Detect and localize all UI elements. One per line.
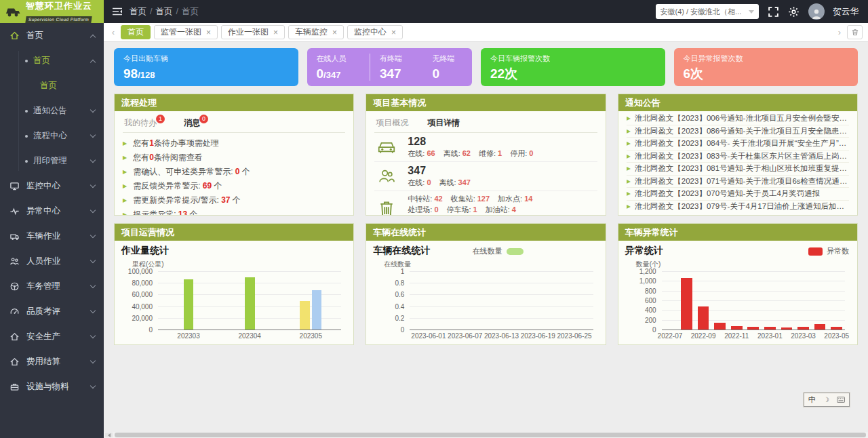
sidebar-item-label: 用印管理 [33,155,85,167]
house-icon [9,357,20,367]
tab-label: 首页 [127,26,144,38]
fullscreen-icon[interactable] [768,6,779,18]
tab-project-details[interactable]: 项目详情 [427,117,460,129]
todo-item[interactable]: ▶需更新类异常提示/警示: 37 个 [123,193,345,207]
gear-icon[interactable] [788,6,800,18]
legend-label: 异常数 [827,246,849,256]
todo-badge: 1 [156,115,165,123]
triangle-bullet-icon: ▶ [123,197,127,203]
tab-supervision-map[interactable]: 监管一张图× [154,25,218,39]
chevron-down-icon [90,157,96,162]
vehicle-abnormal-chart-panel: 车辆异常统计 异常统计 异常数 数量(个) 1,2001,00080060040… [618,223,858,345]
avatar[interactable] [808,3,825,20]
tab-project-overview[interactable]: 项目概况 [376,117,408,129]
notice-list: ▶淮北同盈文【2023】006号通知-淮北项目五月安全例会暨安全生产月启动会… … [627,111,849,212]
activity-icon [9,206,20,216]
tab-operation-map[interactable]: 作业一张图× [221,25,285,39]
sidebar-item-home-leaf-active[interactable]: 首页 [0,73,104,98]
todo-item[interactable]: ▶需确认、可申述类异常警示: 0 个 [123,165,345,179]
sidebar-item-home-sub[interactable]: 首页 [0,48,104,73]
sidebar-item-process-center[interactable]: 流程中心 [0,123,104,148]
notice-item[interactable]: ▶淮北同盈文【2023】084号- 关于淮北项目开展“安全生产月”活动的通知 [627,138,849,151]
scroll-left-arrow[interactable] [105,433,113,437]
close-icon[interactable]: × [332,28,337,37]
sidebar-item-safety-production[interactable]: 安全生产 [0,324,104,349]
sidebar-item-abnormal-center[interactable]: 异常中心 [0,199,104,224]
tab-messages[interactable]: 消息0 [184,117,208,129]
sidebar-item-seal-management[interactable]: 用印管理 [0,148,104,174]
x-axis-labels: 2023-06-01 2023-06-07 2023-06-13 2023-06… [410,332,593,340]
notice-text: 淮北同盈文【2023】006号通知-淮北项目五月安全例会暨安全生产月启动会… [635,113,849,123]
chevron-down-icon [90,132,96,137]
region-select[interactable]: 安徽(4) / 安徽淮北（相... [656,4,759,19]
triangle-bullet-icon: ▶ [123,140,127,146]
close-icon[interactable]: × [273,28,278,37]
notice-item[interactable]: ▶淮北同盈文【2023】071号通知-关于淮北项目6s检查情况通报(2)(2) [627,176,849,188]
card-abnormal-alarms[interactable]: 今日异常报警次数 6次 [674,48,859,86]
tab-monitor-center[interactable]: 监控中心× [347,25,403,39]
keyboard-icon[interactable] [837,397,845,403]
sidebar-item-home[interactable]: 首页 [0,23,104,48]
sidebar-item-quality-evaluation[interactable]: 品质考评 [0,299,104,324]
panel-title: 车辆在线统计 [366,224,605,241]
tab-label: 监控中心 [354,26,387,38]
tab-my-todo[interactable]: 我的待办1 [124,117,165,129]
notice-item[interactable]: ▶淮北同盈文【2023】086号通知-关于淮北项目五月安全隐患检查情况通告 [627,125,849,138]
triangle-bullet-icon: ▶ [627,128,631,134]
sidebar-item-notices[interactable]: 通知公告 [0,98,104,123]
gauge-icon [9,306,20,317]
moon-icon[interactable]: ☽ [823,396,829,403]
project-vehicle-row: 128 在线:66 离线:62 维修:1 停用:0 [374,133,597,162]
sidebar-item-fleet-management[interactable]: 车务管理 [0,274,104,299]
chevron-down-icon [90,382,96,388]
tab-vehicle-monitor[interactable]: 车辆监控× [288,25,344,39]
sidebar-item-facilities-materials[interactable]: 设施与物料 [0,374,104,399]
legend[interactable]: 异常数 [808,246,849,256]
tabs-scroll-right-icon[interactable]: › [835,28,844,37]
close-icon[interactable]: × [206,28,211,37]
todo-item[interactable]: ▶您有1条待办事项需处理 [123,136,345,151]
chevron-down-icon [90,106,96,112]
vehicle-total: 128 [408,136,533,147]
breadcrumb-item[interactable]: 首页 [155,7,172,16]
notice-item[interactable]: ▶淮北同盈文【2023】006号通知-淮北项目五月安全例会暨安全生产月启动会… [627,113,849,125]
triangle-bullet-icon: ▶ [627,203,631,210]
close-all-tabs-button[interactable] [847,25,863,39]
notice-item[interactable]: ▶淮北同盈文【2023】070号通知-关于员工4月奖罚通报 [627,188,849,201]
notice-item[interactable]: ▶淮北同盈文【2023】081号通知-关于相山区班长加班重复提报的通报 [627,163,849,176]
tab-home[interactable]: 首页 [121,25,151,39]
vehicle-online-chart-plot: 10.80.60.40.20 [410,271,593,330]
sidebar-item-monitor-center[interactable]: 监控中心 [0,174,104,199]
sidebar-item-cost-settlement[interactable]: 费用结算 [0,349,104,374]
tab-label: 作业一张图 [228,26,269,38]
notice-item[interactable]: ▶淮北同盈文【2023】079号-关于4月17日油价上涨通知后加油情况通报 [627,201,849,213]
card-attendance-vehicles[interactable]: 今日出勤车辆 98/128 [114,48,298,86]
sidebar-item-vehicle-operation[interactable]: 车辆作业 [0,224,104,249]
top-bar-actions: 安徽(4) / 安徽淮北（相... 贺云华 [656,3,868,20]
breadcrumb-item[interactable]: 首页 [130,7,146,16]
notice-item[interactable]: ▶淮北同盈文【2023】083号-关于杜集区东片区主管酒后上岗的处罚通告 [627,151,849,163]
todo-item[interactable]: ▶您有0条待阅需查看 [123,151,345,165]
sidebar-item-personnel-operation[interactable]: 人员作业 [0,249,104,274]
card-value: 6次 [684,66,849,81]
horizontal-scrollbar[interactable] [104,432,868,438]
username[interactable]: 贺云华 [833,6,859,18]
scrollbar-thumb[interactable] [115,433,866,437]
ime-mode-label[interactable]: 中 [808,395,816,405]
ime-toolbar[interactable]: 中 ☽ [804,393,850,407]
legend[interactable]: 在线数量 [473,246,524,256]
tabs-scroll-left-icon[interactable]: ‹ [109,28,117,37]
close-icon[interactable]: × [391,28,396,37]
chart-title: 作业量统计 [121,245,169,257]
todo-item[interactable]: ▶需反馈类异常警示: 69 个 [123,179,345,193]
collapse-sidebar-icon[interactable] [112,7,123,16]
chevron-up-icon [90,34,96,39]
triangle-bullet-icon: ▶ [123,169,127,175]
personnel-total: 347 [408,165,471,176]
card-vehicle-alarms[interactable]: 今日车辆报警次数 22次 [481,48,665,86]
vehicle-stats: 在线:66 离线:62 维修:1 停用:0 [408,148,533,159]
chart-panels-row: 项目运营情况 作业量统计 里程(公里) 100,00080,00060,0004… [114,223,858,345]
chevron-down-icon [90,257,96,262]
card-online-personnel[interactable]: 在线人员 0/347 有终端 347 无终端 0 [307,48,473,86]
todo-item[interactable]: ▶提示类异常: 13 个 [123,207,345,215]
